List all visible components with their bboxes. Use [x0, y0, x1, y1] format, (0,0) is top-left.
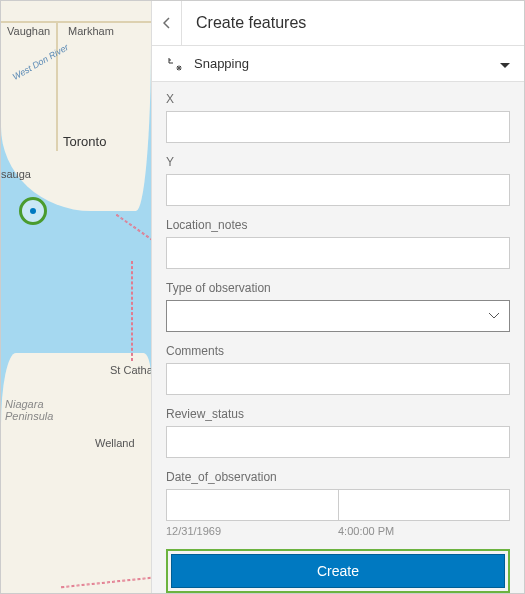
back-button[interactable] — [152, 1, 182, 46]
map-label-niagara: Niagara Peninsula — [5, 398, 53, 422]
map-canvas[interactable]: Vaughan Markham West Don River Toronto s… — [1, 1, 151, 593]
field-date-of-observation: Date_of_observation 12/31/1969 4:00:00 P… — [166, 470, 510, 537]
map-label-stcath: St Catharii — [110, 364, 151, 376]
field-label: Review_status — [166, 407, 510, 421]
caret-down-icon — [500, 55, 510, 73]
map-label-welland: Welland — [95, 437, 135, 449]
x-input[interactable] — [166, 111, 510, 143]
road-line — [1, 21, 151, 23]
create-highlight: Create — [166, 549, 510, 593]
boundary-line — [131, 261, 133, 361]
boundary-line — [116, 214, 151, 250]
field-review-status: Review_status — [166, 407, 510, 458]
field-label: Date_of_observation — [166, 470, 510, 484]
create-features-panel: Create features Snapping X Y Location_no… — [151, 1, 524, 593]
field-observation-type: Type of observation — [166, 281, 510, 332]
snapping-dropdown[interactable]: Snapping — [152, 46, 524, 82]
field-location-notes: Location_notes — [166, 218, 510, 269]
date-hints: 12/31/1969 4:00:00 PM — [166, 525, 510, 537]
field-label: Y — [166, 155, 510, 169]
field-label: X — [166, 92, 510, 106]
snapping-icon — [166, 56, 184, 72]
time-input[interactable] — [338, 489, 510, 521]
attribute-form: X Y Location_notes Type of observation C… — [152, 82, 524, 593]
create-button[interactable]: Create — [171, 554, 505, 588]
location-notes-input[interactable] — [166, 237, 510, 269]
field-label: Location_notes — [166, 218, 510, 232]
panel-header: Create features — [152, 1, 524, 46]
comments-input[interactable] — [166, 363, 510, 395]
landmass-south — [1, 353, 151, 593]
point-marker[interactable] — [19, 197, 47, 225]
field-y: Y — [166, 155, 510, 206]
field-x: X — [166, 92, 510, 143]
map-label-vaughan: Vaughan — [7, 25, 50, 37]
y-input[interactable] — [166, 174, 510, 206]
field-label: Type of observation — [166, 281, 510, 295]
review-status-input[interactable] — [166, 426, 510, 458]
road-line — [56, 21, 58, 151]
map-label-sauga: sauga — [1, 168, 31, 180]
map-label-markham: Markham — [68, 25, 114, 37]
chevron-left-icon — [163, 17, 171, 29]
field-label: Comments — [166, 344, 510, 358]
panel-title: Create features — [182, 14, 306, 32]
date-hint: 12/31/1969 — [166, 525, 338, 537]
snapping-label: Snapping — [184, 56, 500, 71]
field-comments: Comments — [166, 344, 510, 395]
map-label-toronto: Toronto — [63, 134, 106, 149]
time-hint: 4:00:00 PM — [338, 525, 394, 537]
date-input[interactable] — [166, 489, 338, 521]
observation-type-select[interactable] — [166, 300, 510, 332]
